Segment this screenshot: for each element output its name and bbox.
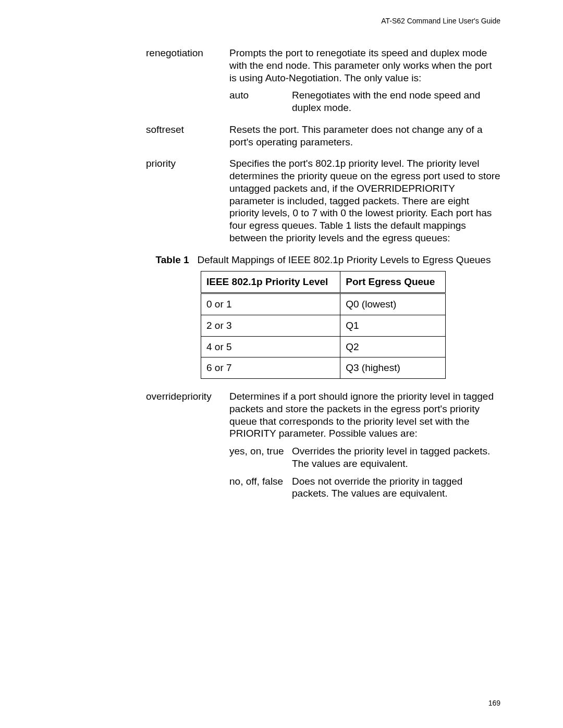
sub-no-val: Does not override the priority in tagged… xyxy=(292,475,500,500)
cell-priority: 4 or 5 xyxy=(201,336,340,357)
table-row: 4 or 5 Q2 xyxy=(201,336,446,357)
cell-priority: 2 or 3 xyxy=(201,315,340,336)
sub-yes: yes, on, true Overrides the priority lev… xyxy=(229,445,500,470)
table-title: Default Mappings of IEEE 802.1p Priority… xyxy=(197,254,491,265)
sub-auto-val: Renegotiates with the end node speed and… xyxy=(292,89,500,114)
table-row: 6 or 7 Q3 (highest) xyxy=(201,357,446,379)
priority-table: IEEE 802.1p Priority Level Port Egress Q… xyxy=(201,271,446,379)
desc-renegotiation: Prompts the port to renegotiate its spee… xyxy=(229,47,500,114)
page-number: 169 xyxy=(488,699,500,707)
table-caption: Table 1 Default Mappings of IEEE 802.1p … xyxy=(146,254,500,266)
table-row: 0 or 1 Q0 (lowest) xyxy=(201,293,446,315)
sub-yes-key: yes, on, true xyxy=(229,445,292,458)
def-renegotiation: renegotiation Prompts the port to renego… xyxy=(146,47,500,114)
sub-no: no, off, false Does not override the pri… xyxy=(229,475,500,500)
desc-priority: Specifies the port's 802.1p priority lev… xyxy=(229,157,500,244)
running-header: AT-S62 Command Line User's Guide xyxy=(381,17,500,25)
cell-queue: Q1 xyxy=(340,315,446,336)
content-area: renegotiation Prompts the port to renego… xyxy=(146,47,500,500)
sub-yes-val: Overrides the priority level in tagged p… xyxy=(292,445,500,470)
text-renegotiation: Prompts the port to renegotiate its spee… xyxy=(229,47,492,83)
def-priority: priority Specifies the port's 802.1p pri… xyxy=(146,157,500,244)
sub-auto: auto Renegotiates with the end node spee… xyxy=(229,89,500,114)
term-renegotiation: renegotiation xyxy=(146,47,229,59)
desc-softreset: Resets the port. This parameter does not… xyxy=(229,124,500,149)
table-label: Table 1 xyxy=(156,254,189,265)
desc-overridepriority: Determines if a port should ignore the p… xyxy=(229,390,500,500)
table-row: 2 or 3 Q1 xyxy=(201,315,446,336)
term-overridepriority: overridepriority xyxy=(146,390,229,403)
def-softreset: softreset Resets the port. This paramete… xyxy=(146,124,500,149)
cell-queue: Q2 xyxy=(340,336,446,357)
text-overridepriority: Determines if a port should ignore the p… xyxy=(229,391,494,439)
sub-no-key: no, off, false xyxy=(229,475,292,488)
cell-priority: 0 or 1 xyxy=(201,293,340,315)
cell-queue: Q0 (lowest) xyxy=(340,293,446,315)
page: AT-S62 Command Line User's Guide renegot… xyxy=(0,0,563,728)
cell-priority: 6 or 7 xyxy=(201,357,340,379)
th-priority-level: IEEE 802.1p Priority Level xyxy=(201,272,340,293)
table-header-row: IEEE 802.1p Priority Level Port Egress Q… xyxy=(201,272,446,293)
cell-queue: Q3 (highest) xyxy=(340,357,446,379)
th-egress-queue: Port Egress Queue xyxy=(340,272,446,293)
def-overridepriority: overridepriority Determines if a port sh… xyxy=(146,390,500,500)
term-softreset: softreset xyxy=(146,124,229,136)
sub-auto-key: auto xyxy=(229,89,292,102)
term-priority: priority xyxy=(146,157,229,170)
